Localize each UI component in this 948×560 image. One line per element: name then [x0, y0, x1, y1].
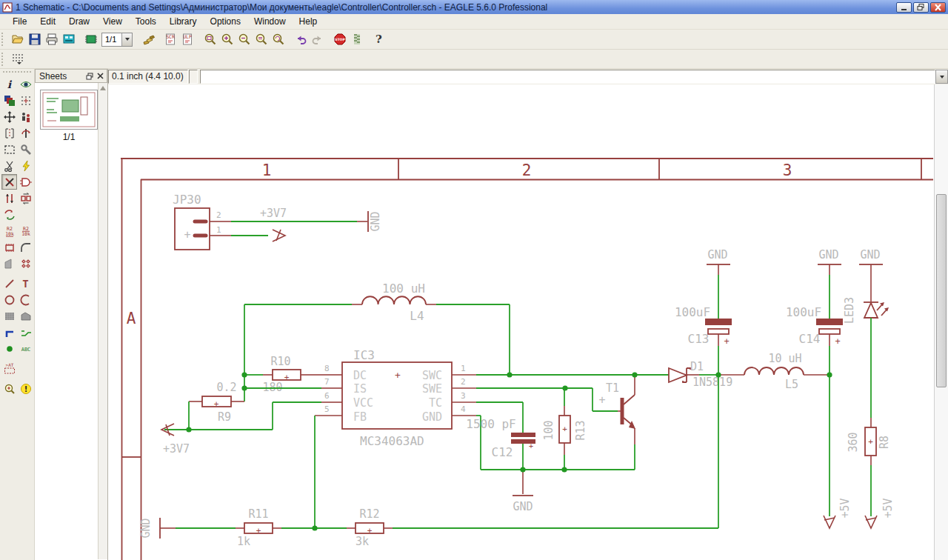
- paste-tool[interactable]: [18, 158, 33, 173]
- library-button[interactable]: [140, 31, 157, 48]
- component-jp30[interactable]: JP30 + 2 1: [173, 193, 231, 250]
- save-button[interactable]: [26, 31, 43, 48]
- menu-edit[interactable]: Edit: [33, 15, 62, 29]
- add-tool[interactable]: [18, 174, 33, 190]
- polygon-tool[interactable]: [18, 308, 33, 324]
- menu-library[interactable]: Library: [163, 15, 204, 29]
- smash-part-tool[interactable]: [1, 239, 17, 255]
- script-button[interactable]: SCR: [162, 31, 179, 48]
- sheet-thumbnail[interactable]: [40, 90, 98, 130]
- component-c12[interactable]: 1500 pF + C12: [466, 417, 535, 470]
- sheet-selector-dropdown[interactable]: [121, 33, 132, 46]
- erc-tool[interactable]: [1, 381, 17, 396]
- gnd-symbol-c14[interactable]: GND: [818, 248, 841, 275]
- component-t1[interactable]: T1 +: [598, 375, 635, 470]
- net-feedback-rail[interactable]: [176, 375, 718, 528]
- undo-button[interactable]: [292, 31, 309, 48]
- smash-tool[interactable]: [1, 207, 17, 222]
- name-tool[interactable]: R210k: [18, 223, 33, 239]
- help-button[interactable]: ?: [370, 31, 387, 48]
- component-l5[interactable]: 10 uH L5: [718, 352, 830, 391]
- gnd-symbol-bottom[interactable]: GND: [139, 518, 176, 539]
- mark-tool[interactable]: [18, 93, 33, 108]
- zoom-out-button[interactable]: [236, 31, 253, 48]
- miter-tool[interactable]: [18, 239, 33, 255]
- wire-tool[interactable]: [1, 276, 17, 291]
- schematic-canvas[interactable]: 1 2 3 A JP30 + 2 1 +3V7 GND 100 uH L4: [108, 84, 934, 560]
- menu-file[interactable]: File: [6, 15, 33, 29]
- zoom-redraw-button[interactable]: [270, 31, 287, 48]
- sheets-scrollbar[interactable]: [98, 83, 107, 559]
- gnd-symbol-led3[interactable]: GND: [859, 248, 883, 264]
- errors-tool[interactable]: !: [18, 381, 33, 396]
- schematic-drawing[interactable]: 1 2 3 A JP30 + 2 1 +3V7 GND 100 uH L4: [108, 84, 934, 560]
- component-r11[interactable]: + R11 1k: [236, 507, 281, 548]
- junction-tool[interactable]: [1, 341, 17, 356]
- pinswap-tool[interactable]: [1, 190, 17, 206]
- move-tool[interactable]: [1, 109, 17, 124]
- component-r9[interactable]: + 0.2 R9: [189, 381, 244, 424]
- menu-draw[interactable]: Draw: [62, 15, 96, 29]
- pattern-button[interactable]: [348, 31, 365, 48]
- circle-tool[interactable]: [1, 292, 17, 307]
- command-input[interactable]: [200, 70, 935, 84]
- miter-corner-tool[interactable]: [1, 256, 17, 271]
- zoom-in-button[interactable]: [218, 31, 236, 48]
- component-r12[interactable]: + R12 3k: [347, 507, 393, 548]
- bus-tool[interactable]: [1, 324, 17, 340]
- group-tool[interactable]: [1, 141, 17, 157]
- net-3v7-rail[interactable]: [164, 401, 321, 430]
- attribute-tool[interactable]: >AT: [1, 361, 17, 376]
- redo-button[interactable]: [309, 31, 326, 48]
- toolbar-handle-2[interactable]: [1, 53, 7, 66]
- supply-3v7-arrow-right[interactable]: [273, 230, 285, 241]
- supply-5v-right[interactable]: +5V: [865, 498, 895, 528]
- sheets-close-button[interactable]: [95, 71, 105, 81]
- menu-help[interactable]: Help: [293, 15, 324, 29]
- component-r13[interactable]: + 100 R13: [542, 388, 587, 470]
- net-swe[interactable]: [476, 388, 618, 411]
- net-jp30[interactable]: [231, 221, 357, 236]
- ulp-button[interactable]: ULP: [179, 31, 196, 48]
- gnd-symbol-jp30[interactable]: GND: [357, 211, 382, 232]
- zoom-fit-button[interactable]: [201, 31, 218, 48]
- menu-window[interactable]: Window: [247, 15, 293, 29]
- rotate-tool[interactable]: [18, 125, 33, 141]
- gnd-symbol-c13[interactable]: GND: [707, 248, 730, 275]
- value-tool[interactable]: R210k: [1, 223, 17, 239]
- menu-tools[interactable]: Tools: [129, 15, 163, 29]
- grid-button[interactable]: [9, 50, 26, 67]
- cut-tool[interactable]: [1, 158, 17, 173]
- show-tool[interactable]: [18, 76, 33, 92]
- component-l4[interactable]: 100 uH L4: [352, 281, 436, 323]
- delete-tool[interactable]: [1, 174, 17, 190]
- net-tool[interactable]: [18, 324, 33, 340]
- info-tool[interactable]: i: [1, 76, 17, 92]
- label-tool[interactable]: ABC: [18, 341, 33, 356]
- copy-tool[interactable]: [18, 109, 33, 124]
- minimize-button[interactable]: [896, 2, 912, 13]
- rect-tool[interactable]: [1, 308, 17, 324]
- stop-button[interactable]: STOP: [331, 31, 348, 48]
- restore-button[interactable]: [913, 2, 929, 13]
- command-history-dropdown[interactable]: [935, 70, 948, 84]
- net-l4[interactable]: [244, 304, 510, 401]
- board-button[interactable]: [82, 31, 99, 48]
- split-tool[interactable]: [18, 256, 33, 271]
- menu-view[interactable]: View: [96, 15, 129, 29]
- scrollbar-thumb[interactable]: [936, 194, 947, 387]
- arc-tool[interactable]: [18, 292, 33, 307]
- text-tool[interactable]: T: [18, 276, 33, 291]
- open-button[interactable]: [9, 31, 26, 48]
- gnd-symbol-c12[interactable]: GND: [513, 470, 533, 513]
- sheet-thumbnail-caption[interactable]: 1/1: [40, 132, 98, 142]
- mirror-tool[interactable]: [1, 125, 17, 141]
- display-tool[interactable]: [1, 93, 17, 108]
- canvas-vertical-scrollbar[interactable]: [934, 84, 948, 560]
- sheets-float-button[interactable]: [84, 71, 95, 81]
- change-tool[interactable]: [18, 141, 33, 157]
- cam-button[interactable]: [60, 31, 77, 48]
- toolbar-handle[interactable]: [1, 33, 7, 46]
- print-button[interactable]: [43, 31, 60, 48]
- component-ic3[interactable]: IC3 MC34063AD + 8 7 6 5 DC IS VCC FB SWC…: [315, 348, 476, 448]
